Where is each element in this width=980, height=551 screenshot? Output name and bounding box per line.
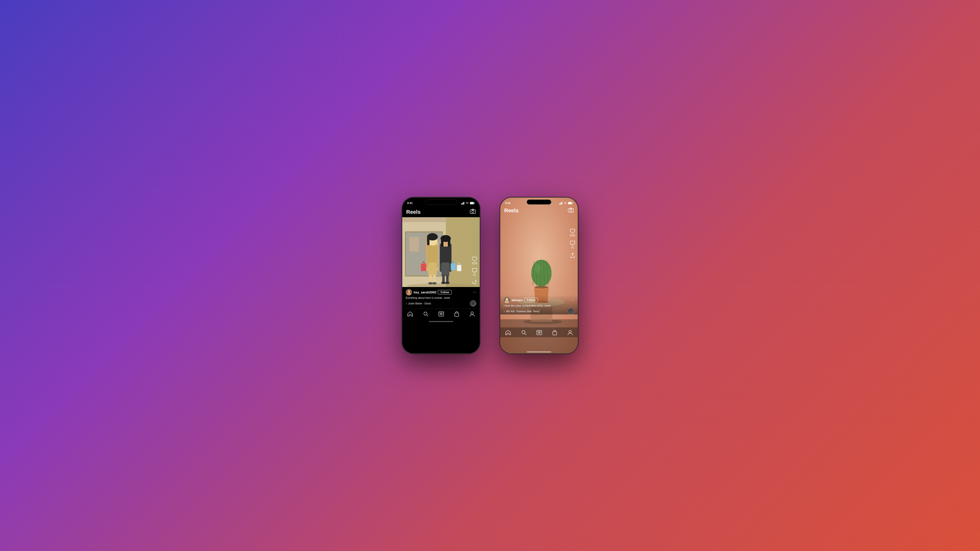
svg-rect-98 (570, 208, 572, 209)
svg-rect-37 (441, 262, 449, 276)
svg-point-109 (539, 332, 539, 333)
svg-rect-1 (462, 203, 463, 205)
svg-line-56 (426, 315, 428, 316)
power-button-right (578, 244, 578, 260)
comment-action-left[interactable]: 51 (472, 268, 477, 276)
nav-profile-left[interactable] (470, 311, 474, 317)
svg-rect-21 (427, 237, 430, 245)
music-disc-left (470, 300, 476, 306)
status-bar-left: 9:41 (402, 198, 480, 206)
nav-profile-right[interactable] (568, 330, 573, 335)
svg-rect-45 (457, 265, 461, 271)
svg-rect-5 (470, 202, 474, 204)
like-count-right: 823k (570, 234, 575, 237)
svg-rect-63 (559, 203, 560, 205)
svg-rect-111 (553, 332, 557, 335)
profile-icon-left (470, 311, 474, 317)
status-bar-right: 9:41 (500, 198, 578, 206)
share-action-right[interactable] (570, 253, 575, 257)
svg-point-8 (472, 211, 474, 213)
nav-shop-right[interactable] (552, 330, 557, 335)
battery-icon-right (568, 202, 573, 205)
status-time-right: 9:41 (505, 202, 511, 205)
page-title-right: Reels (504, 207, 519, 214)
svg-rect-60 (439, 313, 444, 313)
power-button (480, 244, 480, 260)
comment-count-left: 51 (473, 273, 476, 276)
svg-rect-65 (561, 202, 562, 205)
home-icon-left (407, 311, 413, 316)
nav-home-left[interactable] (407, 311, 413, 316)
nav-reels-left[interactable] (439, 311, 444, 316)
svg-rect-23 (428, 262, 437, 276)
music-text-right: Wiz Kid · Essence (feat. Tems) (506, 310, 539, 313)
share-action-left[interactable] (473, 279, 477, 284)
svg-rect-38 (442, 275, 445, 283)
svg-rect-66 (562, 202, 563, 205)
nav-search-right[interactable] (521, 330, 526, 335)
phone-left: 9:41 (402, 197, 480, 354)
user-row-left: hey_sarah2002 Follow ··· (406, 289, 476, 295)
comment-icon-left (472, 268, 477, 273)
nav-home-right[interactable] (506, 330, 511, 335)
profile-icon-right (568, 330, 573, 335)
right-video-actions: 823k 51 (500, 229, 578, 282)
notch-left (425, 199, 457, 205)
svg-point-54 (473, 303, 473, 304)
search-icon-right (521, 330, 526, 335)
svg-rect-64 (560, 203, 561, 205)
svg-line-106 (525, 333, 526, 335)
user-row-right: eloears Follow ··· (504, 297, 574, 303)
like-action-right[interactable]: 823k (570, 229, 575, 237)
signal-icon-right (559, 202, 563, 205)
home-bar-right (527, 351, 551, 353)
svg-rect-39 (446, 275, 449, 283)
camera-svg-left (470, 209, 476, 214)
bottom-nav-left (402, 308, 480, 319)
svg-point-100 (506, 298, 508, 301)
video-left-actions: 823k 51 (472, 257, 477, 284)
comment-count-right: 51 (571, 246, 574, 249)
svg-point-40 (441, 282, 445, 284)
music-text-left: Justin Bieber · Ghost (408, 302, 431, 305)
action-buttons-right: 823k 51 (570, 229, 575, 257)
more-button-right[interactable]: ··· (571, 298, 574, 302)
camera-icon-left[interactable] (470, 209, 476, 215)
home-indicator-right (500, 350, 578, 353)
home-bar-left (429, 321, 453, 322)
follow-button-left[interactable]: Follow (438, 290, 452, 294)
like-action-left[interactable]: 823k (472, 257, 477, 265)
svg-point-26 (428, 282, 433, 284)
phones-container: 9:41 (402, 197, 578, 354)
camera-icon-right[interactable] (568, 208, 574, 214)
shop-icon-left (454, 311, 459, 317)
username-right: eloears (512, 298, 523, 302)
signal-icon (461, 202, 465, 205)
disc-svg-left (471, 302, 475, 305)
svg-rect-9 (472, 209, 474, 210)
nav-search-left[interactable] (423, 311, 428, 316)
svg-rect-42 (451, 263, 456, 270)
svg-point-59 (441, 314, 441, 314)
music-row-right: ♪ Wiz Kid · Essence (feat. Tems) (504, 308, 574, 314)
music-disc-right (568, 308, 574, 314)
comment-action-right[interactable]: 51 (570, 241, 575, 249)
svg-rect-15 (409, 237, 419, 251)
status-icons-left (461, 202, 475, 205)
more-button-left[interactable]: ··· (473, 290, 476, 294)
follow-button-right[interactable]: Follow (524, 298, 538, 302)
video-left[interactable]: 823k 51 (402, 217, 480, 287)
svg-point-41 (445, 282, 450, 284)
notch-right (527, 200, 551, 205)
heart-icon-left (472, 257, 477, 262)
search-icon-left (423, 311, 428, 316)
nav-reels-right[interactable] (536, 330, 542, 335)
heart-icon-right (570, 229, 575, 233)
reels-icon-right (536, 330, 542, 335)
avatar-left (406, 289, 412, 295)
right-overlay: Reels (500, 198, 578, 353)
username-left: hey_sarah2002 (414, 291, 436, 294)
avatar-svg-left (406, 289, 412, 295)
svg-rect-28 (421, 264, 426, 271)
nav-shop-left[interactable] (454, 311, 459, 317)
